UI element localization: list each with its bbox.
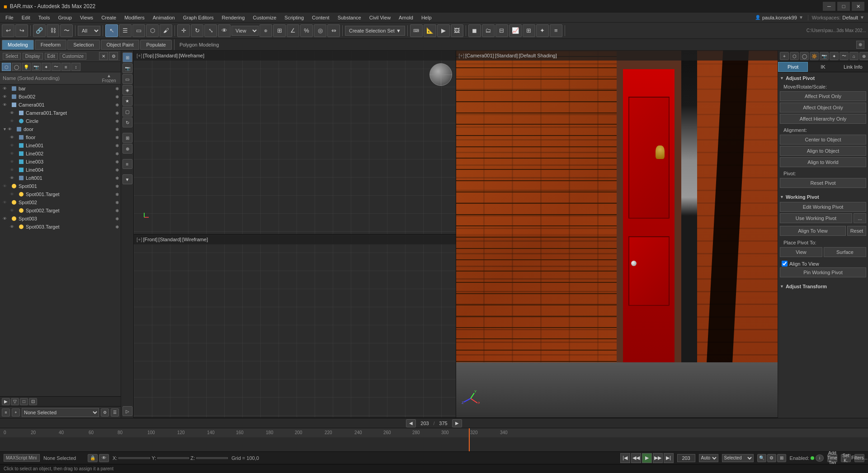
menu-views[interactable]: Views [76,13,97,23]
tab-object-paint[interactable]: Object Paint [101,40,140,50]
render-production-btn[interactable]: ▶ [437,24,450,37]
vp-top-label-top[interactable]: [Top] [143,53,154,58]
scene-item-line002[interactable]: 👁 Line002 ❄ [0,150,121,158]
viewport-background-btn[interactable]: ▢ [123,107,132,117]
particle-view-btn[interactable]: ✦ [536,24,549,37]
rpanel-icon-4[interactable]: 🔆 [810,52,819,60]
menu-edit[interactable]: Edit [18,13,34,23]
viewport-top[interactable]: [+] [Top] [Standard] [Wireframe] [134,51,456,234]
create-selection-set-button[interactable]: Create Selection Set ▼ [345,26,405,36]
menu-customize[interactable]: Customize [249,13,280,23]
use-wp-ellipsis-btn[interactable]: ... [854,213,866,223]
layer-settings-btn[interactable]: ⚙ [101,408,109,417]
rpanel-tab-linkinfo[interactable]: Link Info [838,62,868,72]
adjust-transform-section[interactable]: ▼ Adjust Transform [780,282,866,290]
play-btn[interactable]: ▶ [642,453,652,463]
material-explorer-btn[interactable]: 🗂 [482,24,495,37]
vp-front-label-front[interactable]: [Front] [143,237,158,242]
affect-hierarchy-only-btn[interactable]: Affect Hierarchy Only [780,114,866,124]
vp-cam-label-cam[interactable]: [Camera001] [465,53,494,58]
scene-col-name[interactable]: Name (Sorted Ascending) [3,75,100,81]
reset-wp-btn[interactable]: Reset [847,226,866,236]
layer-icon-btn[interactable]: ≡ [2,408,10,417]
scene-filter-spacewarps[interactable]: 〜 [52,63,61,71]
filter-dropdown[interactable]: All [78,26,100,36]
menu-modifiers[interactable]: Modifiers [121,13,148,23]
tab-freeform[interactable]: Freeform [35,40,67,50]
update-during-spinner-drag-btn[interactable]: ↻ [123,117,132,127]
menu-rendering[interactable]: Rendering [218,13,249,23]
menu-civil-view[interactable]: Civil View [366,13,394,23]
next-frame-btn[interactable]: ▶ [452,419,462,427]
status-view-btn[interactable]: 👁 [99,454,109,462]
minimize-button[interactable]: ─ [823,2,835,11]
scene-bottom-btn1[interactable]: ▶ [2,398,10,405]
info-btn[interactable]: i [816,454,824,462]
filters-btn[interactable]: Filters... [854,454,864,462]
menu-group[interactable]: Group [54,13,75,23]
scene-item-spot001-target[interactable]: 👁 Spot001.Target ❄ [0,190,121,198]
scene-item-line004[interactable]: 👁 Line004 ❄ [0,166,121,174]
maxscript-mini[interactable]: MAXScript Mini [4,454,40,462]
eye-icon-line003[interactable]: 👁 [10,159,14,164]
scene-bottom-btn4[interactable]: ⊡ [29,398,37,405]
undo-button[interactable]: ↩ [2,24,14,37]
tab-populate[interactable]: Populate [140,40,171,50]
render-frame-window-btn[interactable]: 🖼 [451,24,463,37]
scene-item-box002[interactable]: 👁 Box002 ❄ [0,93,121,101]
timeline-track[interactable]: 0 20 40 60 80 100 120 140 160 180 200 22… [0,428,868,451]
workspace-dropdown-icon[interactable]: ▼ [860,15,864,20]
viewport-camera[interactable]: X Y Z [+] [Camera001] [Standard] [Defaul… [456,51,778,417]
view-mode-button[interactable]: 👁 [218,24,231,37]
rpanel-tab-pivot[interactable]: Pivot [778,62,808,72]
percent-snap-button[interactable]: % [300,24,313,37]
layer-dropdown[interactable]: None Selected [22,408,99,417]
scene-item-spot002-target[interactable]: 👁 Spot002.Target ❄ [0,206,121,215]
scene-customize-tab[interactable]: Customize [60,53,86,60]
vp-cam-label-shading[interactable]: [Default Shading] [519,53,557,58]
rectangular-selection-button[interactable]: ▭ [132,24,145,37]
eye-icon-spot001t[interactable]: 👁 [10,192,14,197]
scene-sort-btn[interactable]: ↕ [71,63,80,71]
eye-icon-spot003t[interactable]: 👁 [10,225,14,229]
scene-col-frozen[interactable]: ▲ Frozen [100,73,118,83]
scene-item-spot002[interactable]: 👁 Spot002 ❄ [0,198,121,206]
adjust-pivot-section[interactable]: ▼ Adjust Pivot [780,74,866,82]
scene-filter-cameras[interactable]: 📷 [32,63,41,71]
view-btn[interactable]: View [780,247,822,257]
set-k-btn[interactable]: Set K. [841,454,851,462]
user-dropdown-icon[interactable]: ▼ [799,15,803,20]
status-icon-2[interactable]: ⚙ [767,454,776,462]
go-to-end-btn[interactable]: ▶| [664,453,674,463]
scene-item-spot001[interactable]: 👁 Spot001 ❄ [0,182,121,190]
view-dropdown[interactable]: View [231,26,259,36]
vp-top-label-wireframe[interactable]: [Wireframe] [179,53,204,58]
status-lock-btn[interactable]: 🔒 [88,454,98,462]
animation-mode-dropdown[interactable]: Auto [699,454,718,462]
prev-frame-pb-btn[interactable]: ◀◀ [631,453,641,463]
scene-item-bar[interactable]: 👁 bar ❄ [0,84,121,93]
align-to-world-btn[interactable]: Align to World [780,157,866,167]
layers-btn[interactable]: ≡ [123,159,132,169]
timeline-playhead[interactable] [469,428,470,451]
scene-close-btn[interactable]: ✕ [99,52,108,60]
scene-display-tab[interactable]: Display [23,53,43,60]
vp-cam-label-standard[interactable]: [Standard] [495,53,518,58]
pivot-button[interactable]: ⊕ [259,24,272,37]
add-time-tag-btn[interactable]: Add Time Tag [827,454,837,462]
use-working-pivot-btn[interactable]: Use Working Pivot [780,213,852,223]
perspective-match-btn[interactable]: ◈ [123,85,132,95]
scene-item-door[interactable]: ▼ 👁 door ❄ [0,125,121,133]
eye-icon-spot003[interactable]: 👁 [3,216,7,221]
maximize-button[interactable]: □ [837,2,850,11]
scene-expand-btn[interactable]: ▷ [123,406,132,416]
align-to-view-checkbox-row[interactable]: Align To View [780,260,866,267]
scene-item-line001[interactable]: 👁 Line001 ❄ [0,141,121,150]
tab-modeling[interactable]: Modeling [2,40,34,50]
layer-mgr-btn[interactable]: ≡ [550,24,562,37]
scene-layer-btn[interactable]: ≡ [61,63,71,71]
rpanel-icon-5[interactable]: 📷 [820,52,829,60]
prev-frame-btn[interactable]: ◀ [406,419,416,427]
eye-icon-floor[interactable]: 👁 [10,135,14,140]
close-button[interactable]: ✕ [852,2,864,11]
